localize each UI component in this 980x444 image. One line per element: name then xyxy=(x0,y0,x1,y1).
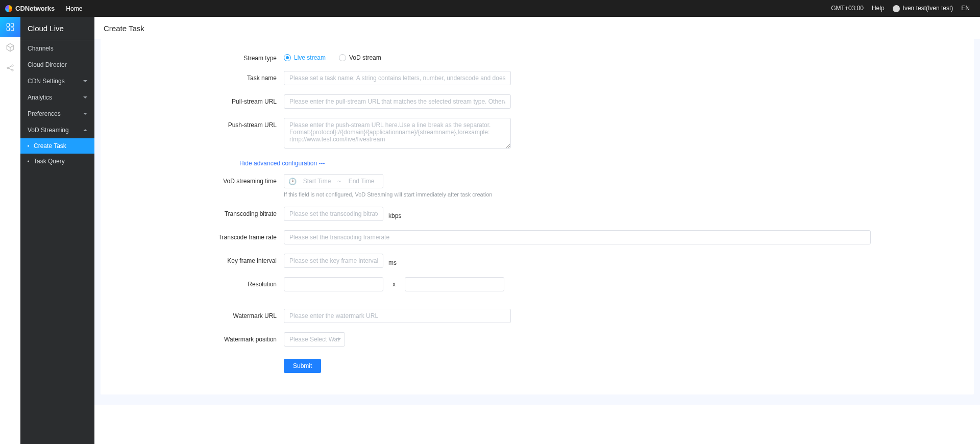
label-stream-type: Stream type xyxy=(113,51,284,62)
toggle-advanced-link[interactable]: Hide advanced configuration --- xyxy=(239,160,325,167)
radio-dot-icon xyxy=(284,54,291,61)
label-watermark-pos: Watermark position xyxy=(113,332,284,343)
chevron-up-icon xyxy=(83,129,87,131)
radio-label: VoD stream xyxy=(349,54,381,61)
form-card: Stream type Live stream VoD stream xyxy=(101,39,974,394)
page-title: Create Task xyxy=(94,17,980,39)
avatar-icon xyxy=(893,5,900,12)
user-name: Iven test(Iven test) xyxy=(903,5,953,12)
chevron-down-icon xyxy=(83,96,87,98)
rail-item-dashboard[interactable] xyxy=(0,17,20,37)
radio-live-stream[interactable]: Live stream xyxy=(284,54,326,61)
sidebar-item-vod-streaming[interactable]: VoD Streaming xyxy=(20,122,94,138)
vod-time-hint: If this field is not configured, VoD Str… xyxy=(284,191,962,198)
icon-rail xyxy=(0,17,20,444)
sidebar-item-label: CDN Settings xyxy=(28,78,65,85)
sidebar-item-channels[interactable]: Channels xyxy=(20,40,94,57)
start-time-placeholder: Start Time xyxy=(300,178,334,185)
label-vod-time: VoD streaming time xyxy=(113,174,284,185)
unit-ms: ms xyxy=(388,256,397,266)
label-trans-fps: Transcode frame rate xyxy=(113,230,284,241)
label-pull-url: Pull-stream URL xyxy=(113,94,284,105)
keyframe-input[interactable] xyxy=(284,254,383,268)
radio-vod-stream[interactable]: VoD stream xyxy=(339,54,381,61)
user-menu[interactable]: Iven test(Iven test) xyxy=(893,5,953,12)
brand-logo-icon xyxy=(5,5,12,12)
sidebar-subitem-task-query[interactable]: Task Query xyxy=(20,154,94,169)
svg-rect-3 xyxy=(11,28,13,31)
svg-point-4 xyxy=(7,67,9,69)
task-name-input[interactable] xyxy=(284,71,511,85)
svg-rect-0 xyxy=(7,23,9,26)
sidebar-item-label: Create Task xyxy=(34,142,66,150)
resolution-height-input[interactable] xyxy=(405,277,504,291)
unit-kbps: kbps xyxy=(388,209,401,219)
submit-button[interactable]: Submit xyxy=(284,359,321,373)
resolution-width-input[interactable] xyxy=(284,277,383,291)
radio-dot-icon xyxy=(339,54,346,61)
svg-rect-1 xyxy=(11,23,13,26)
svg-point-5 xyxy=(12,65,13,66)
share-icon xyxy=(6,63,15,72)
cube-icon xyxy=(6,43,15,52)
sidebar-item-label: Preferences xyxy=(28,110,61,117)
rail-item-network[interactable] xyxy=(0,58,20,78)
main-content: Create Task Stream type Live stream VoD … xyxy=(94,17,980,444)
label-watermark-url: Watermark URL xyxy=(113,309,284,319)
chevron-down-icon xyxy=(83,113,87,115)
label-keyframe: Key frame interval xyxy=(113,254,284,264)
sidebar-item-cloud-director[interactable]: Cloud Director xyxy=(20,57,94,73)
svg-rect-2 xyxy=(7,28,9,31)
grid-icon xyxy=(6,22,15,32)
sidebar-item-label: Analytics xyxy=(28,94,52,101)
svg-point-6 xyxy=(12,69,13,71)
trans-fps-input[interactable] xyxy=(284,230,871,244)
label-trans-bitrate: Transcoding bitrate xyxy=(113,207,284,217)
timezone-label[interactable]: GMT+03:00 xyxy=(831,5,864,12)
brand[interactable]: CDNetworks xyxy=(5,5,55,12)
sidebar-item-cdn-settings[interactable]: CDN Settings xyxy=(20,73,94,89)
lang-switch[interactable]: EN xyxy=(961,5,970,12)
watermark-url-input[interactable] xyxy=(284,309,511,323)
resolution-separator: x xyxy=(393,281,396,288)
topbar: CDNetworks Home GMT+03:00 Help Iven test… xyxy=(0,0,980,17)
help-link[interactable]: Help xyxy=(872,5,885,12)
label-resolution: Resolution xyxy=(113,277,284,288)
chevron-down-icon xyxy=(83,80,87,82)
watermark-pos-select[interactable]: Please Select Water... xyxy=(284,332,345,347)
vod-time-picker[interactable]: 🕑 Start Time ~ End Time xyxy=(284,174,383,188)
sidebar: Cloud Live Channels Cloud Director CDN S… xyxy=(20,17,94,444)
trans-bitrate-input[interactable] xyxy=(284,207,383,221)
clock-icon: 🕑 xyxy=(288,178,297,185)
sidebar-item-label: VoD Streaming xyxy=(28,127,69,134)
sidebar-item-label: Task Query xyxy=(34,158,65,165)
sidebar-title: Cloud Live xyxy=(20,17,94,40)
sidebar-subitem-create-task[interactable]: Create Task xyxy=(20,138,94,154)
end-time-placeholder: End Time xyxy=(344,178,379,185)
radio-label: Live stream xyxy=(294,54,326,61)
pull-url-input[interactable] xyxy=(284,94,511,109)
sidebar-item-label: Channels xyxy=(28,45,54,52)
sidebar-item-preferences[interactable]: Preferences xyxy=(20,106,94,122)
label-push-url: Push-stream URL xyxy=(113,118,284,129)
brand-text: CDNetworks xyxy=(15,5,55,12)
home-link[interactable]: Home xyxy=(66,5,82,12)
rail-item-cloud[interactable] xyxy=(0,37,20,58)
range-separator: ~ xyxy=(337,178,341,185)
sidebar-item-analytics[interactable]: Analytics xyxy=(20,89,94,106)
label-task-name: Task name xyxy=(113,71,284,82)
push-url-textarea[interactable] xyxy=(284,118,511,149)
sidebar-item-label: Cloud Director xyxy=(28,61,67,68)
